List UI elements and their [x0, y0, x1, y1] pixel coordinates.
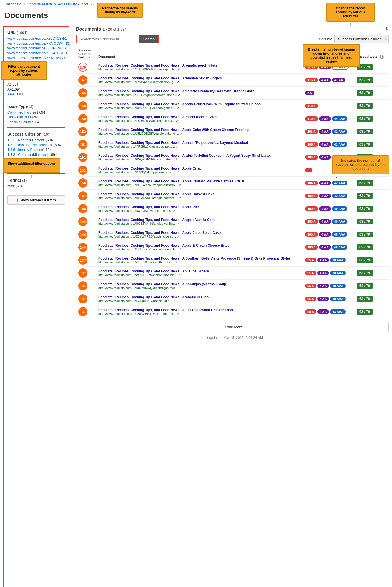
breadcrumb-dashboard[interactable]: Dashboard	[5, 2, 21, 6]
doc-title[interactable]: Foodista | Recipes, Cooking Tips, and Fo…	[98, 192, 301, 196]
sidebar-likely-failures[interactable]: Likely Failures1,694	[7, 115, 65, 119]
doc-title[interactable]: Foodista | Recipes, Cooking Tips, and Fo…	[98, 244, 301, 248]
sidebar-url-item-2[interactable]: www.foodista.com/recipe/PXMQCWYN/1	[7, 41, 65, 45]
doc-url[interactable]: http://www.foodista.com/.../HGZ6VXHN/ang…	[98, 222, 301, 226]
scf-cell: 158	[76, 112, 96, 125]
sidebar-sc-1[interactable]: 1.1.1 - Non-text Content1,694	[7, 138, 65, 142]
scf-badge[interactable]: 151	[78, 166, 87, 175]
doc-url[interactable]: http://www.foodista.com/.../HHMRVMTB/app…	[98, 196, 301, 200]
doc-url[interactable]: http://www.foodista.com/.../J5M2QDZBW/ap…	[98, 132, 301, 136]
scf-badge[interactable]: 147	[78, 191, 87, 200]
scf-badge[interactable]: 137	[78, 307, 87, 316]
doc-title[interactable]: Foodista | Recipes, Cooking Tips, and Fo…	[98, 179, 301, 183]
scf-badge[interactable]: 151	[78, 140, 87, 149]
scf-cell: 144	[76, 215, 96, 228]
doc-title[interactable]: Foodista | Recipes, Cooking Tips, and Fo…	[98, 218, 301, 222]
sidebar-level-aa[interactable]: AA1,694	[7, 87, 65, 91]
scf-badge[interactable]: 137	[78, 256, 87, 265]
sidebar-url-item-3[interactable]: www.foodista.com/recipe/SQ7NKVCC/1	[7, 46, 65, 50]
doc-url[interactable]: http://www.foodista.com/.../FGF8H446/ara…	[98, 299, 301, 303]
col-header-doc: Document	[96, 47, 303, 61]
failures-cell: 110 A	[303, 100, 354, 112]
failure-badge: 110 A	[305, 116, 318, 121]
doc-title[interactable]: Foodista | Recipes, Cooking Tips, and Fo…	[98, 295, 301, 299]
load-more-button[interactable]: ↓ Load More	[76, 322, 389, 332]
doc-title[interactable]: Foodista | Recipes, Cooking Tips, and Fo…	[98, 205, 301, 209]
scf-badge[interactable]: 144	[78, 243, 87, 252]
sidebar-url-item-1[interactable]: www.foodista.com/recipe/X8LC4CSH/1	[7, 37, 65, 41]
search-area: Search	[76, 35, 159, 43]
doc-url[interactable]: http://www.foodista.com/.../NBVYZPQR/abo…	[98, 106, 301, 110]
doc-title[interactable]: Foodista | Recipes, Cooking Tips, and Fo…	[98, 76, 301, 80]
doc-title[interactable]: Foodista | Recipes, Cooking Tips, and Fo…	[98, 256, 301, 260]
sidebar-sc-4[interactable]: 1.4.3 - Contrast (Minimum)1,694	[7, 153, 65, 157]
doc-url[interactable]: http://www.foodista.com/.../5H3DPRV6/aro…	[98, 67, 301, 71]
sort-select[interactable]: Success Criterion Failures Passed tests …	[334, 35, 389, 43]
doc-url[interactable]: http://www.foodista.com/.../R7VCjC4L/app…	[98, 170, 301, 174]
doc-url[interactable]: http://www.foodista.com/.../RVQYGFYF/ara…	[98, 158, 301, 161]
scf-badge[interactable]: 152	[78, 127, 87, 136]
doc-title[interactable]: Foodista | Recipes, Cooking Tips, and Fo…	[98, 141, 301, 145]
doc-url[interactable]: http://www.foodista.com/.../CWB42RKP/arm…	[98, 80, 301, 84]
sidebar-sc-3[interactable]: 1.3.6 - Identify Purpose1,694	[7, 148, 65, 152]
doc-title[interactable]: Foodista | Recipes, Cooking Tips, and Fo…	[98, 102, 301, 106]
scf-badge[interactable]: 144	[78, 204, 87, 213]
doc-title[interactable]: Foodista | Recipes, Cooking Tips, and Fo…	[98, 231, 301, 235]
scf-badge[interactable]: 158	[78, 114, 87, 123]
sidebar-url-item-4[interactable]: www.foodista.com/recipe/ZXK4FRGS/1	[7, 51, 65, 55]
search-input[interactable]	[77, 35, 139, 43]
scf-badge[interactable]: 144	[78, 230, 87, 239]
doc-title[interactable]: Foodista | Recipes, Cooking Tips, and Fo…	[98, 128, 301, 132]
scf-badge[interactable]: 137	[78, 281, 87, 290]
doc-url[interactable]: http://www.foodista.com/.../YjPG8L8X/ann…	[98, 145, 301, 148]
sidebar-sc-2[interactable]: 1.3.1 - Info and Relationships1,694	[7, 143, 65, 147]
doc-url[interactable]: http://www.foodista.com/.../J86RZBNYD/al…	[98, 312, 301, 316]
failure-badge: 4 AA	[319, 219, 331, 224]
scf-badge[interactable]: 158	[78, 101, 87, 110]
scf-badge[interactable]: 144	[78, 217, 87, 226]
sidebar-url-item-5[interactable]: www.foodista.com/recipe/Z6WLTNFZ/1	[7, 56, 65, 60]
sidebar-level-a[interactable]: A1,694	[7, 83, 65, 87]
failure-badge: 4 AA	[319, 155, 331, 160]
scf-badge[interactable]: 167	[78, 75, 87, 85]
doc-url[interactable]: http://www.foodista.com/.../Z2YW4RZQ/app…	[98, 235, 301, 238]
show-advanced-filters-btn[interactable]: ↓ Show advanced filters	[7, 195, 65, 205]
doc-title[interactable]: Foodista | Recipes, Cooking Tips, and Fo…	[98, 269, 301, 273]
scf-badge[interactable]: 179	[78, 63, 87, 72]
failure-badges: AA	[305, 91, 352, 95]
sidebar-possible-failures[interactable]: Possible Failures584	[7, 120, 65, 124]
sidebar-confirmed-failures[interactable]: Confirmed Failures1,694	[7, 110, 65, 114]
doc-url[interactable]: http://www.foodista.com/.../JS2SZVjBZ/am…	[98, 93, 301, 97]
sidebar-format-html[interactable]: html1,694	[7, 184, 65, 188]
breadcrumb-foodista[interactable]: Foodista search	[27, 2, 52, 6]
doc-url[interactable]: http://www.foodista.com/.../WPPGHR8W/ahi…	[98, 273, 301, 277]
scf-badge[interactable]: 137	[78, 294, 87, 303]
breadcrumb-auditor[interactable]: Accessibility Auditor	[58, 2, 88, 6]
scf-badge[interactable]: 150	[78, 178, 87, 188]
doc-url[interactable]: http://www.foodista.com/.../RDPWKNZP/app…	[98, 183, 301, 187]
doc-url[interactable]: http://www.foodista.com/.../2YX8SZW6/app…	[98, 248, 301, 251]
doc-url[interactable]: http://www.foodista.com/.../ZLPFJ6F6/a-s…	[98, 260, 301, 264]
doc-url[interactable]: http://www.foodista.com/.../N83M83CQ/alb…	[98, 286, 301, 290]
doc-title[interactable]: Foodista | Recipes, Cooking Tips, and Fo…	[98, 63, 301, 67]
failure-badge: 95 A	[305, 271, 316, 275]
download-icon[interactable]: ⬇	[385, 26, 389, 32]
doc-title[interactable]: Foodista | Recipes, Cooking Tips, and Fo…	[98, 89, 301, 93]
scf-badge[interactable]: 137	[78, 268, 87, 278]
doc-title[interactable]: Foodista | Recipes, Cooking Tips, and Fo…	[98, 154, 301, 158]
sort-area: Sort by: Success Criterion Failures Pass…	[319, 35, 389, 43]
doc-title[interactable]: Foodista | Recipes, Cooking Tips, and Fo…	[98, 282, 301, 286]
passed-cell: 63 / 79	[354, 190, 389, 202]
doc-url[interactable]: http://www.foodista.com/.../N8JL3KH7/app…	[98, 209, 301, 213]
passed-tests-info-icon[interactable]: ℹ	[380, 55, 384, 59]
doc-title[interactable]: Foodista | Recipes, Cooking Tips, and Fo…	[98, 308, 301, 312]
table-row: 158Foodista | Recipes, Cooking Tips, and…	[76, 112, 389, 125]
doc-url[interactable]: http://www.foodista.com/.../jRG6RYFS/alm…	[98, 119, 301, 123]
sidebar-level-aaa[interactable]: AAA1,694	[7, 92, 65, 96]
failure-badge: 4 AA	[317, 284, 329, 288]
search-button[interactable]: Search	[139, 35, 158, 43]
scf-badge[interactable]: 165	[78, 88, 87, 97]
doc-title[interactable]: Foodista | Recipes, Cooking Tips, and Fo…	[98, 115, 301, 119]
doc-title[interactable]: Foodista | Recipes, Cooking Tips, and Fo…	[98, 166, 301, 170]
scf-badge[interactable]: 151	[78, 153, 87, 162]
